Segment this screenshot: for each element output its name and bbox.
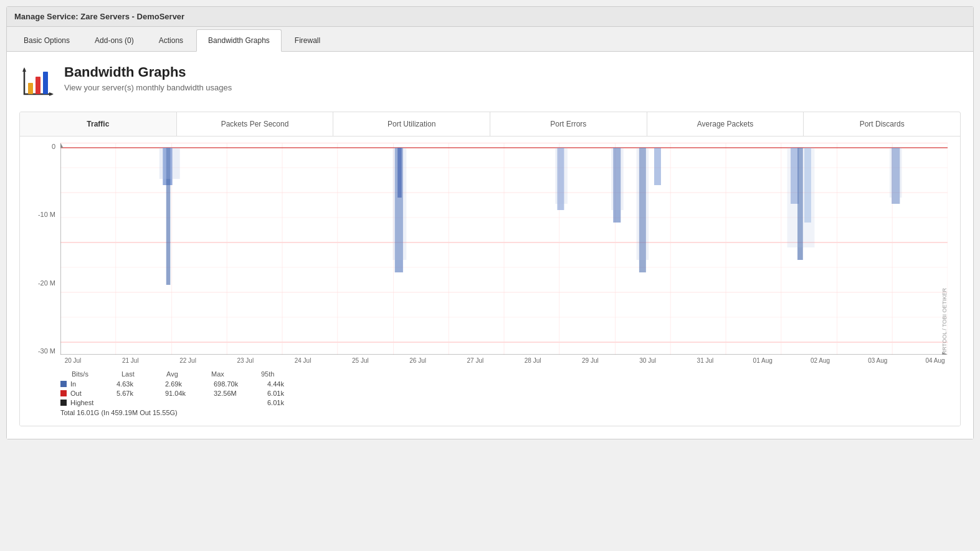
traffic-chart-svg [60, 143, 948, 355]
chart-tab-port-errors[interactable]: Port Errors [490, 112, 647, 136]
y-label-0: 0 [52, 143, 55, 150]
x-label-2: 22 Jul [176, 357, 201, 364]
legend-highest-box [60, 400, 67, 406]
legend-out-label: Out [70, 390, 113, 397]
svg-rect-53 [787, 148, 815, 247]
x-label-13: 02 Aug [807, 357, 832, 364]
x-label-11: 31 Jul [693, 357, 718, 364]
svg-rect-49 [392, 148, 406, 260]
tab-actions[interactable]: Actions [147, 29, 195, 51]
svg-rect-52 [637, 148, 649, 260]
y-axis: 0 -10 M -20 M -30 M [26, 143, 60, 355]
page-header: Bandwidth Graphs View your server(s) mon… [19, 64, 961, 99]
chart-tab-traffic[interactable]: Traffic [20, 112, 177, 136]
svg-marker-1 [49, 92, 54, 96]
x-label-3: 23 Jul [233, 357, 258, 364]
legend-total: Total 16.01G (In 459.19M Out 15.55G) [60, 409, 948, 416]
legend-in-p95: 4.44k [267, 380, 305, 388]
title-bar: Manage Service: Zare Servers - DemoServe… [7, 7, 973, 27]
chart-tab-port-util[interactable]: Port Utilization [333, 112, 490, 136]
tab-bandwidth-graphs[interactable]: Bandwidth Graphs [196, 29, 282, 52]
bandwidth-icon [19, 64, 54, 99]
chart-rotated-label: RRTOOL / TOBI OETIKER [941, 143, 948, 355]
legend-highest-p95: 6.01k [267, 399, 305, 406]
legend-out-avg: 91.04k [165, 390, 210, 397]
x-label-5: 25 Jul [348, 357, 373, 364]
svg-rect-54 [890, 148, 902, 198]
svg-rect-3 [36, 77, 40, 94]
main-window: Manage Service: Zare Servers - DemoServe… [6, 6, 974, 439]
legend-row-in: In 4.63k 2.69k 698.70k 4.44k [60, 380, 948, 388]
svg-rect-4 [43, 72, 48, 94]
legend-header-95th: 95th [261, 370, 298, 378]
main-tabs: Basic Options Add-ons (0) Actions Bandwi… [7, 27, 973, 52]
chart-tab-pps[interactable]: Packets Per Second [177, 112, 334, 136]
page-subtitle: View your server(s) monthly bandwidth us… [64, 83, 232, 92]
x-label-7: 27 Jul [463, 357, 488, 364]
page-title: Bandwidth Graphs [64, 64, 232, 80]
legend-in-label: In [70, 380, 113, 388]
y-label-1: -10 M [38, 211, 55, 218]
chart-legend: Bits/s Last Avg Max 95th In 4.63k 2.69k … [26, 364, 948, 419]
y-label-2: -20 M [38, 279, 55, 287]
legend-in-box [60, 381, 67, 387]
chart-tab-avg-packets[interactable]: Average Packets [647, 112, 804, 136]
chart-tabs: Traffic Packets Per Second Port Utilizat… [20, 112, 960, 137]
x-label-1: 21 Jul [118, 357, 143, 364]
x-label-9: 29 Jul [578, 357, 602, 364]
legend-out-p95: 6.01k [267, 390, 305, 397]
x-label-8: 28 Jul [520, 357, 545, 364]
legend-out-box [60, 390, 67, 396]
svg-marker-0 [22, 67, 26, 72]
tab-firewall[interactable]: Firewall [283, 29, 332, 51]
x-label-4: 24 Jul [290, 357, 315, 364]
y-label-3: -30 M [38, 347, 55, 355]
tab-add-ons[interactable]: Add-ons (0) [83, 29, 146, 51]
legend-in-avg: 2.69k [165, 380, 210, 388]
legend-row-out: Out 5.67k 91.04k 32.56M 6.01k [60, 390, 948, 397]
x-label-6: 26 Jul [406, 357, 431, 364]
chart-container: Traffic Packets Per Second Port Utilizat… [19, 112, 961, 426]
svg-rect-50 [555, 148, 568, 204]
header-text: Bandwidth Graphs View your server(s) mon… [64, 64, 232, 92]
chart-tab-port-discards[interactable]: Port Discards [804, 112, 960, 136]
legend-out-last: 5.67k [117, 390, 161, 397]
legend-header-last: Last [121, 370, 166, 378]
page-content: Bandwidth Graphs View your server(s) mon… [7, 52, 973, 439]
chart-area: 0 -10 M -20 M -30 M [20, 137, 960, 426]
svg-rect-51 [611, 148, 624, 210]
x-label-0: 20 Jul [60, 357, 85, 364]
legend-in-last: 4.63k [117, 380, 161, 388]
x-label-15: 04 Aug [923, 357, 948, 364]
svg-rect-2 [28, 83, 33, 94]
x-label-14: 03 Aug [865, 357, 890, 364]
tab-basic-options[interactable]: Basic Options [12, 29, 82, 51]
svg-rect-48 [159, 148, 180, 179]
legend-row-highest: Highest 6.01k [60, 399, 948, 406]
legend-header-avg: Avg [166, 370, 211, 378]
x-axis: 20 Jul 21 Jul 22 Jul 23 Jul 24 Jul 25 Ju… [26, 357, 948, 364]
window-title: Manage Service: Zare Servers - DemoServe… [14, 12, 184, 21]
legend-highest-label: Highest [70, 399, 113, 406]
svg-rect-43 [654, 148, 661, 185]
x-label-10: 30 Jul [635, 357, 660, 364]
graph-body: RRTOOL / TOBI OETIKER [60, 143, 948, 355]
legend-header-bits: Bits/s [72, 370, 121, 378]
x-label-12: 01 Aug [750, 357, 775, 364]
legend-out-max: 32.56M [214, 390, 264, 397]
legend-header-max: Max [211, 370, 261, 378]
graph-wrapper: 0 -10 M -20 M -30 M [26, 143, 948, 355]
legend-in-max: 698.70k [214, 380, 264, 388]
